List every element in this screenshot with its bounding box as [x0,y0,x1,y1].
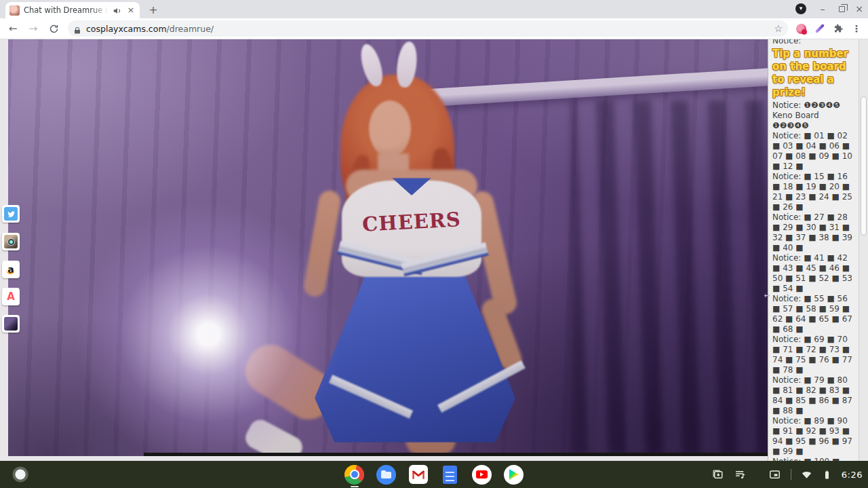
tab-title: Chat with Dreamrue in a Live [24,5,108,15]
twitter-icon [4,207,18,221]
amazon-link[interactable]: a [2,261,20,278]
files-icon [376,465,396,485]
amazon-icon: a [4,263,18,276]
bookmark-star-icon[interactable]: ☆ [774,23,783,34]
tab-strip: Chat with Dreamrue in a Live × + ▾ – × [0,0,868,18]
chromeos-screen: Chat with Dreamrue in a Live × + ▾ – × ←… [0,0,868,488]
tab-favicon [9,5,20,16]
url-path: /dreamrue/ [167,24,214,34]
chat-message: Tip a number on the board to reveal a pr… [772,48,855,99]
pen-extension-icon[interactable] [815,24,825,33]
chat-panel: Notice:Tip a number on the board to reve… [768,39,859,461]
url-text[interactable]: cosplayxcams.com/dreamrue/ [86,24,769,34]
battery-icon [822,470,832,480]
airbnb-link[interactable]: A [2,288,20,305]
media-controls-icon[interactable] [734,468,747,481]
shelf-app-files[interactable] [376,464,397,485]
forward-button[interactable]: → [26,21,41,36]
wifi-icon [801,469,812,481]
tray-separator [791,469,791,480]
tab-close-button[interactable]: × [126,5,136,16]
gmail-icon [409,465,428,484]
address-bar[interactable]: cosplayxcams.com/dreamrue/ ☆ [68,20,788,37]
chat-message: Notice: ❶❷❸❹❺ [772,100,855,111]
browser-menu-icon[interactable]: ⋮ [852,23,861,34]
chevron-down-icon: ▾ [795,3,806,14]
play-store-icon [504,465,524,485]
window-restore-button[interactable] [835,3,848,15]
twitter-link[interactable] [2,205,20,223]
chrome-icon [344,465,364,485]
shelf-app-chrome[interactable] [344,464,366,485]
chromeos-shelf: 6:26 [0,461,868,488]
chat-message: Notice: ■ 79 ■ 80 ■ 81 ■ 82 ■ 83 ■ 84 ■ … [772,375,855,416]
window-close-button[interactable]: × [853,3,865,15]
chat-message: Notice: ■ 27 ■ 28 ■ 29 ■ 30 ■ 31 ■ 32 ■ … [772,212,855,253]
back-button[interactable]: ← [5,21,20,36]
extension-icon-red[interactable] [796,24,806,34]
shelf-app-youtube[interactable] [471,464,493,485]
chat-scrollbar-thumb[interactable] [861,96,867,236]
page-content: a A [0,39,868,461]
chat-message-list: Notice:Tip a number on the board to reve… [768,39,859,461]
live-video-player[interactable]: CHEERS [8,39,768,456]
chat-resize-handle[interactable]: ↔ [762,290,772,301]
youtube-icon [472,465,492,485]
running-indicator [351,486,359,487]
chat-message: Keno Board ❶❷❸❹❺ [772,111,855,131]
restore-icon [839,6,845,12]
airbnb-icon: A [4,290,18,303]
picture-in-picture-icon[interactable] [768,468,781,481]
chat-message: Notice: ■ 15 ■ 16 ■ 18 ■ 19 ■ 20 ■ 21 ■ … [772,172,855,212]
chat-message: Notice: ■ 01 ■ 02 ■ 03 ■ 04 ■ 06 ■ 07 ■ … [772,131,855,172]
chat-message: Notice: ■ 55 ■ 56 ■ 57 ■ 58 ■ 59 ■ 62 ■ … [772,294,855,335]
new-tab-button[interactable]: + [146,3,160,17]
lock-icon [73,24,81,33]
extensions-row: ⋮ [796,23,861,34]
tab-audio-icon[interactable] [113,5,122,15]
window-menu-button[interactable]: ▾ [795,3,807,15]
chat-scrollbar[interactable] [859,39,868,461]
chat-message: Notice: [772,39,855,46]
screen-capture-icon[interactable] [711,468,724,481]
url-domain: cosplayxcams.com [86,24,167,34]
photo-link[interactable] [2,315,20,333]
instagram-link[interactable] [2,233,20,250]
browser-toolbar: ← → cosplayxcams.com/dreamrue/ ☆ [0,18,868,39]
chat-message: Notice: ■ 69 ■ 70 ■ 71 ■ 72 ■ 73 ■ 74 ■ … [772,335,855,375]
shelf-app-gmail[interactable] [408,464,429,485]
instagram-icon [4,235,18,248]
reload-button[interactable] [46,21,61,36]
photo-thumbnail-icon [4,317,18,331]
browser-tab[interactable]: Chat with Dreamrue in a Live × [5,2,140,18]
status-tray[interactable]: 6:26 [711,461,863,488]
clock[interactable]: 6:26 [842,470,863,480]
window-minimize-button[interactable]: – [816,3,829,15]
shelf-app-docs[interactable] [439,464,461,485]
docs-icon [443,466,457,484]
shelf-app-play-store[interactable] [503,464,525,485]
extensions-puzzle-icon[interactable] [833,24,844,34]
chat-message: Notice: ■ 89 ■ 90 ■ 91 ■ 92 ■ 93 ■ 94 ■ … [772,416,855,457]
chat-message: Notice: ■ 41 ■ 42 ■ 43 ■ 45 ■ 46 ■ 50 ■ … [772,253,855,294]
